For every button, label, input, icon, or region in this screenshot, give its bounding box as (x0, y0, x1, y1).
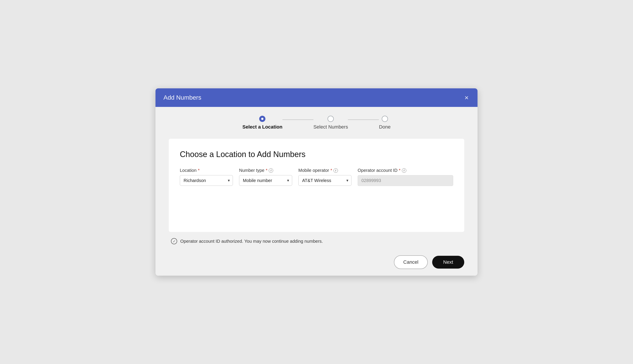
modal-title: Add Numbers (163, 94, 201, 101)
modal-body: Select a Location Select Numbers Done Ch… (155, 107, 478, 251)
step-1-label: Select a Location (242, 124, 282, 130)
number-type-label: Number type * i (239, 168, 292, 173)
mobile-operator-info-icon[interactable]: i (334, 168, 338, 173)
number-type-required: * (266, 168, 268, 173)
success-message: ✓ Operator account ID authorized. You ma… (169, 238, 464, 244)
location-group: Location * Richardson ▾ (180, 168, 233, 186)
stepper: Select a Location Select Numbers Done (169, 116, 464, 130)
mobile-operator-select-wrapper: AT&T Wireless ▾ (298, 175, 351, 186)
number-type-info-icon[interactable]: i (269, 168, 273, 173)
next-button[interactable]: Next (432, 256, 464, 268)
check-circle-icon: ✓ (171, 238, 177, 244)
number-type-select[interactable]: Mobile number (239, 175, 292, 186)
mobile-operator-group: Mobile operator * i AT&T Wireless ▾ (298, 168, 351, 186)
operator-account-info-icon[interactable]: i (402, 168, 406, 173)
step-3-circle (382, 116, 388, 122)
step-1: Select a Location (242, 116, 282, 130)
step-3: Done (379, 116, 391, 130)
operator-account-required: * (399, 168, 400, 173)
mobile-operator-select[interactable]: AT&T Wireless (298, 175, 351, 186)
operator-account-label: Operator account ID * i (358, 168, 453, 173)
operator-account-group: Operator account ID * i (358, 168, 453, 186)
step-3-label: Done (379, 124, 391, 130)
card-title: Choose a Location to Add Numbers (180, 150, 453, 159)
operator-account-input[interactable] (358, 175, 453, 186)
form-row: Location * Richardson ▾ Number type * (180, 168, 453, 186)
mobile-operator-required: * (330, 168, 332, 173)
location-select[interactable]: Richardson (180, 175, 233, 186)
location-required: * (198, 168, 200, 173)
step-1-circle (259, 116, 265, 122)
step-2: Select Numbers (313, 116, 348, 130)
content-card: Choose a Location to Add Numbers Locatio… (169, 139, 464, 232)
step-connector-1 (282, 120, 313, 120)
close-button[interactable]: × (464, 93, 470, 102)
location-label: Location * (180, 168, 233, 173)
number-type-group: Number type * i Mobile number ▾ (239, 168, 292, 186)
location-select-wrapper: Richardson ▾ (180, 175, 233, 186)
modal-header: Add Numbers × (155, 88, 478, 107)
step-2-circle (328, 116, 334, 122)
step-connector-2 (348, 120, 379, 120)
cancel-button[interactable]: Cancel (394, 255, 428, 269)
modal-footer: Cancel Next (155, 251, 478, 276)
add-numbers-modal: Add Numbers × Select a Location Select N… (155, 88, 478, 276)
step-2-label: Select Numbers (313, 124, 348, 130)
mobile-operator-label: Mobile operator * i (298, 168, 351, 173)
number-type-select-wrapper: Mobile number ▾ (239, 175, 292, 186)
success-text: Operator account ID authorized. You may … (180, 239, 323, 244)
